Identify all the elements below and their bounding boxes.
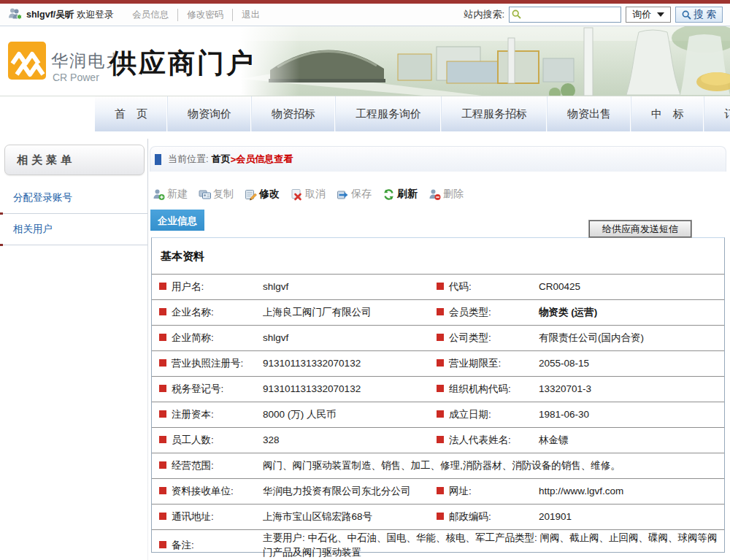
tab-company-info[interactable]: 企业信息 [150, 210, 204, 231]
toolbar-button-refresh[interactable]: 刷新 [383, 188, 418, 201]
toolbar-label: 修改 [259, 188, 280, 201]
field-label: 备注: [159, 538, 263, 553]
nav-material-inquiry[interactable]: 物资询价 [167, 96, 251, 131]
cancel-icon [291, 188, 303, 201]
field-value: 1981-06-30 [539, 407, 718, 422]
logged-in-user: shlgvf/吴昕 [26, 9, 74, 21]
toolbar-label: 保存 [351, 188, 372, 201]
toolbar-button-cancel[interactable]: 取消 [291, 188, 326, 201]
breadcrumb: 当前位置: 首页 > 会员信息查看 [150, 146, 726, 172]
header-banner: 华润电力 CR Power 供应商门户 [0, 26, 730, 96]
bullet-icon [159, 308, 166, 315]
field-label: 通讯地址: [159, 510, 263, 524]
bullet-icon [437, 308, 444, 315]
field-label: 成立日期: [437, 407, 539, 422]
sidebar-item-related-users[interactable]: 相关用户 [0, 214, 147, 245]
field-value: 913101131332070132 [263, 382, 437, 396]
site-search-input[interactable] [509, 7, 621, 23]
bullet-icon [159, 513, 166, 520]
table-row: 营业执照注册号:913101131332070132营业期限至:2055-08-… [152, 350, 724, 376]
sidebar-separator [0, 245, 147, 245]
sidebar: 相关菜单 分配登录账号 相关用户 [0, 131, 147, 245]
field-value: 主要用户: 中石化、中石油、国电、华能、核电、军工产品类型: 闸阀、截止阀、止回… [263, 531, 718, 560]
toolbar-button-save[interactable]: 保存 [337, 188, 372, 201]
bullet-icon [437, 436, 444, 443]
field-value: 林金镖 [539, 433, 718, 448]
toolbar: 新建 复制 修改 [150, 188, 726, 201]
field-value: 201901 [539, 510, 718, 524]
company-info-panel: 基本资料 用户名:shlgvf代码:CR00425企业名称:上海良工阀门厂有限公… [151, 237, 725, 553]
field-value: 物资类 (运营) [539, 305, 718, 320]
toolbar-button-delete[interactable]: 删除 [429, 188, 464, 201]
field-label: 税务登记号: [159, 382, 263, 396]
breadcrumb-current-page: 会员信息查看 [236, 153, 293, 166]
bullet-icon [159, 487, 166, 494]
table-row: 员工人数:328法人代表姓名:林金镖 [152, 427, 724, 453]
field-label: 注册资本: [159, 407, 263, 422]
field-label: 邮政编码: [437, 510, 539, 524]
bullet-icon [159, 436, 166, 443]
field-label: 代码: [437, 280, 539, 294]
field-value: shlgvf [263, 331, 437, 345]
nav-service-inquiry[interactable]: 工程服务询价 [335, 96, 441, 131]
field-label: 会员类型: [437, 305, 539, 320]
field-label: 员工人数: [159, 433, 263, 448]
section-title: 基本资料 [161, 250, 724, 264]
logout-link[interactable]: 退出 [232, 9, 269, 21]
nav-home[interactable]: 首 页 [95, 96, 167, 131]
bullet-icon [159, 334, 166, 341]
toolbar-button-modify[interactable]: 修改 [245, 188, 280, 201]
table-row: 经营范围:阀门、阀门驱动装置制造、销售、加工、修理,消防器材、消防设备的销售、维… [152, 453, 724, 478]
change-password-link[interactable]: 修改密码 [177, 9, 232, 21]
toolbar-label: 复制 [213, 188, 234, 201]
nav-material-bidding[interactable]: 物资招标 [251, 96, 335, 131]
table-row: 企业名称:上海良工阀门厂有限公司会员类型:物资类 (运营) [152, 299, 724, 325]
breadcrumb-marker-icon [155, 154, 161, 165]
main-nav: 首 页 物资询价 物资招标 工程服务询价 工程服务招标 物资出售 中 标 订单/… [0, 96, 730, 131]
field-label: 营业执照注册号: [159, 356, 263, 371]
nav-awarded[interactable]: 中 标 [631, 96, 704, 131]
toolbar-button-new[interactable]: 新建 [153, 188, 188, 201]
field-value: 有限责任公司(国内合资) [539, 331, 718, 345]
field-label: 资料接收单位: [159, 484, 263, 499]
edit-icon [245, 188, 257, 201]
chevron-down-icon [657, 12, 664, 17]
table-row: 资料接收单位:华润电力投资有限公司东北分公司网址:http://www.lgvf… [152, 478, 724, 504]
search-button-label: 搜 索 [694, 8, 716, 21]
site-search-label: 站内搜索: [464, 8, 505, 21]
bullet-icon [437, 410, 444, 418]
field-value: 华润电力投资有限公司东北分公司 [263, 484, 437, 499]
sidebar-item-assign-accounts[interactable]: 分配登录账号 [0, 183, 147, 213]
top-bar: shlgvf/吴昕 欢迎登录 会员信息 修改密码 退出 站内搜索: 询价 搜 索 [0, 4, 730, 26]
field-value: http://www.lgvf.com [539, 484, 718, 499]
search-button[interactable]: 搜 索 [675, 7, 723, 23]
nav-service-bidding[interactable]: 工程服务招标 [441, 96, 547, 131]
bullet-icon [437, 359, 444, 367]
nav-orders-contracts[interactable]: 订单/合同 [704, 96, 730, 131]
field-label: 经营范围: [159, 459, 263, 473]
breadcrumb-home-link[interactable]: 首页 [212, 153, 231, 166]
table-row: 用户名:shlgvf代码:CR00425 [152, 274, 724, 299]
field-value: shlgvf [263, 280, 437, 294]
field-label: 网址: [437, 484, 539, 499]
search-button-icon [682, 10, 691, 20]
toolbar-button-copy[interactable]: 复制 [199, 188, 234, 201]
search-category-dropdown[interactable]: 询价 [626, 7, 671, 23]
field-value: 上海市宝山区锦宏路68号 [263, 510, 437, 524]
bullet-icon [159, 541, 166, 548]
field-label: 公司类型: [437, 331, 539, 345]
bullet-icon [437, 487, 444, 494]
field-label: 企业名称: [159, 305, 263, 320]
bullet-icon [159, 385, 166, 392]
table-row: 注册资本:8000 (万) 人民币成立日期:1981-06-30 [152, 402, 724, 427]
sidebar-title: 相关菜单 [4, 145, 145, 175]
bullet-icon [159, 410, 166, 418]
nav-material-sale[interactable]: 物资出售 [547, 96, 631, 131]
member-info-link[interactable]: 会员信息 [123, 9, 177, 21]
send-sms-button[interactable]: 给供应商发送短信 [589, 220, 691, 237]
bullet-icon [159, 283, 166, 290]
field-label: 企业简称: [159, 331, 263, 345]
bullet-icon [437, 334, 444, 341]
save-icon [337, 188, 349, 201]
bullet-icon [437, 283, 444, 290]
